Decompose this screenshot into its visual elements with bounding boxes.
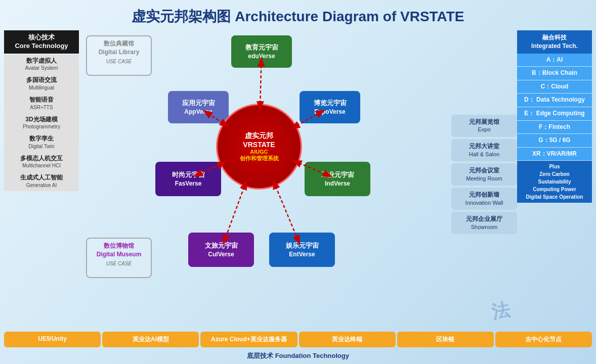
core-tech-item: 3D光场建模Photogrammetry xyxy=(4,113,79,133)
center-circle: 虚实元邦 VRSTATE AIUGC 创作和管理系统 xyxy=(216,104,302,190)
foundation-item: Azure Cloud+英业达服务器 xyxy=(200,332,297,347)
verse-appverse: 应用元宇宙AppVerse xyxy=(168,91,229,123)
foundation-item: 去中心化节点 xyxy=(495,332,592,347)
expo-item: 元邦企业展厅Showroom xyxy=(451,212,517,234)
core-tech-item: 多国语交流Multilingual xyxy=(4,74,79,94)
core-tech-items: 数字虚拟人Avatar System多国语交流Multilingual智能语音A… xyxy=(4,55,79,191)
expo-item: 元邦创新墙Innovation Wall xyxy=(451,188,517,210)
page-title: 虚实元邦架构图 Architecture Diagram of VRSTATE xyxy=(0,7,596,26)
integrated-item: D： Data Technology xyxy=(517,94,592,107)
integrated-zh: 融合科技 xyxy=(519,33,590,42)
core-tech-item: 多模态人机交互Multichannel HCI xyxy=(4,152,79,172)
verse-culverse: 文旅元宇宙CulVerse xyxy=(188,233,254,267)
foundation-items: UE5/Unity英业达AI模型Azure Cloud+英业达服务器英业达终端区… xyxy=(0,330,596,349)
verse-indverse: 工业元宇宙IndVerse xyxy=(305,162,370,196)
integrated-item: C：Cloud xyxy=(517,80,592,94)
core-tech-zh: 核心技术 xyxy=(6,33,77,42)
core-tech-header: 核心技术 Core Technology xyxy=(4,30,79,54)
integrated-items: A：AIB：Block ChainC：CloudD： Data Technolo… xyxy=(517,54,592,161)
verse-entverse: 娱乐元宇宙EntVerse xyxy=(269,233,335,267)
expo-item: 元邦会议室Meeting Room xyxy=(451,163,517,186)
title-en: Architecture Diagram of VRSTATE xyxy=(235,9,464,24)
core-tech-item: 数字孪生Digital Twin xyxy=(4,132,79,152)
verse-eduverse: 教育元宇宙eduVerse xyxy=(231,35,292,68)
right-sub-panel: 元邦展览馆Expo元邦大讲堂Hall & Salon元邦会议室Meeting R… xyxy=(451,30,517,318)
expo-item: 元邦展览馆Expo xyxy=(451,115,517,137)
core-tech-en: Core Technology xyxy=(6,42,77,51)
foundation-item: 英业达终端 xyxy=(299,332,396,347)
expo-item: 元邦大讲堂Hall & Salon xyxy=(451,139,517,161)
title-zh: 虚实元邦架构图 xyxy=(132,9,231,24)
right-panel: 融合科技 Integrated Tech. A：AIB：Block ChainC… xyxy=(517,30,592,318)
core-tech-item: 数字虚拟人Avatar System xyxy=(4,55,79,74)
left-panel: 核心技术 Core Technology 数字虚拟人Avatar System多… xyxy=(4,30,79,318)
integrated-item: A：AI xyxy=(517,54,592,67)
core-tech-item: 智能语音ASR+TTS xyxy=(4,94,79,113)
integrated-en: Integrated Tech. xyxy=(519,42,590,51)
verse-fasverse: 时尚元宇宙FasVerse xyxy=(155,162,221,196)
integrated-item: G：5G / 6G xyxy=(517,134,592,147)
foundation-label: 底层技术 Foundation Technology xyxy=(0,349,596,362)
foundation-item: 区块链 xyxy=(397,332,494,347)
integrated-item: XR：VR/AR/MR xyxy=(517,148,592,161)
foundation-item: UE5/Unity xyxy=(4,332,101,347)
main-layout: 核心技术 Core Technology 数字虚拟人Avatar System多… xyxy=(0,30,596,318)
core-tech-item: 生成式人工智能Generative AI xyxy=(4,171,79,191)
integrated-item: F：Fintech xyxy=(517,121,592,134)
center-area: 数位典藏馆 Digital Library USE CASE 数位博物馆 Dig… xyxy=(82,30,448,318)
verse-container: 教育元宇宙eduVerse应用元宇宙AppVerse博览元宇宙ExpoVerse… xyxy=(82,30,448,318)
integrated-item: B：Block Chain xyxy=(517,67,592,80)
integrated-item: E： Edge Computing xyxy=(517,107,592,120)
foundation-bar: UE5/Unity英业达AI模型Azure Cloud+英业达服务器英业达终端区… xyxy=(0,330,596,364)
integrated-plus: PlusZero CarbonSustainabilityComputing P… xyxy=(517,161,592,203)
integrated-header: 融合科技 Integrated Tech. xyxy=(517,30,592,54)
foundation-item: 英业达AI模型 xyxy=(102,332,199,347)
title-bar: 虚实元邦架构图 Architecture Diagram of VRSTATE xyxy=(0,0,596,30)
verse-expoverse: 博览元宇宙ExpoVerse xyxy=(300,91,360,123)
